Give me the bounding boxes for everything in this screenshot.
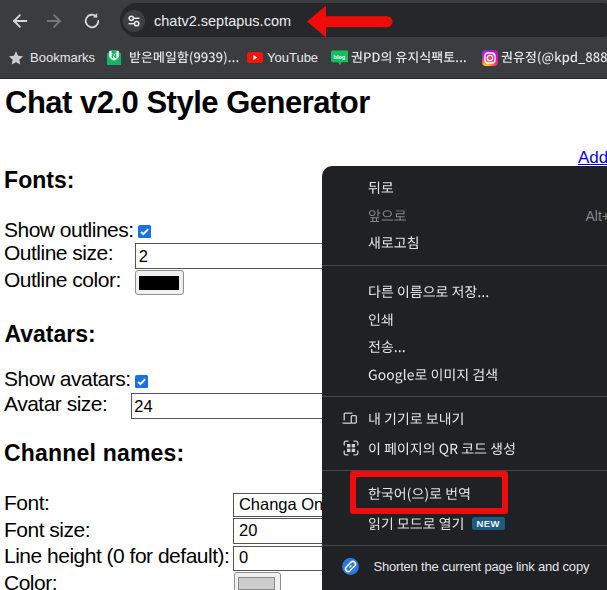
svg-text:blog: blog bbox=[333, 54, 345, 60]
